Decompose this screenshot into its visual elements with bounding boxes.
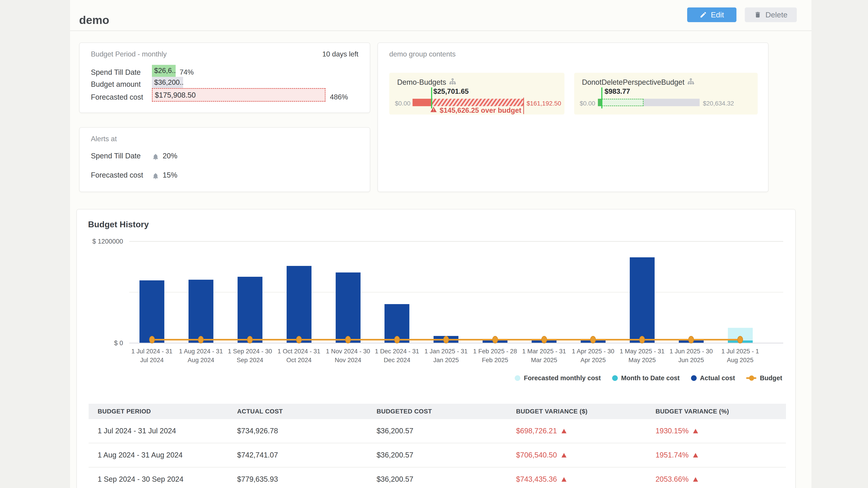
table-header-cell: BUDGET PERIOD: [89, 408, 228, 415]
table-cell: $779,635.93: [228, 475, 368, 484]
alert-forecast-value: 15%: [163, 171, 178, 180]
x-axis-label: 1 Jul 2025 - 1Aug 2025: [715, 347, 765, 365]
budget-amount-value: $36,200....: [152, 77, 183, 89]
budget-marker: [639, 336, 645, 344]
trash-icon: [754, 11, 762, 19]
x-axis-label: 1 May 2025 - 31May 2025: [617, 347, 667, 365]
budget-marker: [737, 336, 743, 344]
pencil-icon: [700, 11, 707, 19]
budget-tile-donotdelete[interactable]: DonotDeletePerspectiveBudget $983.77 $0.…: [574, 73, 758, 115]
table-header-row: BUDGET PERIODACTUAL COSTBUDGETED COSTBUD…: [89, 404, 786, 419]
budget-history-table: BUDGET PERIODACTUAL COSTBUDGETED COSTBUD…: [89, 404, 786, 488]
budget-amount-label: Budget amount: [91, 80, 141, 89]
actual-cost-bar: [238, 277, 262, 343]
x-axis-label: 1 Jul 2024 - 31Jul 2024: [127, 347, 177, 365]
alert-forecast-label: Forecasted cost: [91, 171, 143, 180]
up-triangle-icon: [561, 453, 566, 457]
spend-till-date-value: $26,6...: [152, 65, 176, 77]
budget-marker: [443, 336, 449, 344]
table-cell: $743,435.36: [507, 475, 647, 484]
warning-icon: [430, 106, 437, 115]
table-cell: $742,741.07: [228, 451, 368, 459]
up-triangle-icon: [561, 429, 566, 433]
budget-marker: [590, 336, 596, 344]
remaining-segment: [644, 99, 700, 106]
up-triangle-icon: [561, 477, 566, 482]
budget-period-card: Budget Period - monthly 10 days left Spe…: [79, 42, 370, 113]
x-axis-label: 1 Dec 2024 - 31Dec 2024: [372, 347, 422, 365]
table-cell: $36,200.57: [368, 451, 507, 459]
budget-marker: [345, 336, 351, 344]
table-body: 1 Jul 2024 - 31 Jul 2024$734,926.78$36,2…: [89, 419, 786, 488]
up-triangle-icon: [693, 477, 698, 482]
up-triangle-icon: [693, 429, 698, 433]
org-chart-icon: [449, 78, 456, 87]
x-axis-label: 1 Apr 2025 - 30Apr 2025: [568, 347, 618, 365]
tile-name: Demo-Budgets: [397, 78, 446, 87]
table-cell: $698,726.21: [507, 427, 647, 435]
budget-tile-demo-budgets[interactable]: Demo-Budgets $25,701.65 $0.00 $161,192.5…: [389, 73, 564, 115]
budget-line-marker-icon: [746, 377, 756, 379]
forecast-segment: [602, 99, 644, 106]
spend-till-date-label: Spend Till Date: [91, 68, 141, 76]
budget-marker-line: [431, 88, 432, 108]
legend-item: Forecasted monthly cost: [515, 375, 600, 382]
legend-dot-icon: [612, 375, 618, 381]
tile-min-value: $0.00: [580, 100, 595, 107]
x-axis-label: 1 Aug 2024 - 31Aug 2024: [176, 347, 226, 365]
page: demo Edit Delete Budget Period - monthly…: [0, 0, 868, 488]
edit-button-label: Edit: [711, 10, 724, 19]
actual-cost-bar: [630, 257, 655, 343]
group-contents-card: demo group contents Demo-Budgets $25,701…: [377, 42, 769, 192]
delete-button[interactable]: Delete: [745, 7, 797, 22]
x-axis-label: 1 Sep 2024 - 30Sep 2024: [225, 347, 275, 365]
up-triangle-icon: [693, 453, 698, 457]
legend-item: Budget: [746, 375, 782, 382]
alert-spend-label: Spend Till Date: [91, 152, 141, 160]
forecasted-cost-percent: 486%: [330, 93, 348, 101]
table-cell: 1 Sep 2024 - 30 Sep 2024: [89, 475, 228, 484]
legend-label: Forecasted monthly cost: [524, 375, 600, 382]
legend-dot-icon: [691, 375, 697, 381]
tile-name: DonotDeletePerspectiveBudget: [582, 78, 684, 87]
table-header-cell: BUDGET VARIANCE (%): [647, 408, 786, 415]
mini-budget-bar: [412, 99, 523, 106]
x-axis-label: 1 Oct 2024 - 31Oct 2024: [274, 347, 324, 365]
edit-button[interactable]: Edit: [687, 7, 737, 22]
y-axis-max-label: $ 1200000: [77, 238, 123, 245]
legend-label: Month to Date cost: [621, 375, 680, 382]
table-header-cell: BUDGET VARIANCE ($): [507, 408, 647, 415]
table-header-cell: BUDGETED COST: [368, 408, 507, 415]
budget-period-card-title: Budget Period - monthly: [91, 50, 166, 58]
delete-button-label: Delete: [765, 10, 787, 19]
tile-min-value: $0.00: [395, 100, 410, 107]
budget-marker: [149, 336, 155, 344]
bell-icon: [152, 172, 159, 182]
top-bar: demo Edit Delete: [70, 0, 811, 31]
spend-till-date-percent: 74%: [180, 68, 194, 76]
legend-dot-icon: [515, 375, 520, 381]
alerts-card-title: Alerts at: [91, 135, 117, 143]
table-cell: 1 Jul 2024 - 31 Jul 2024: [89, 427, 228, 435]
table-cell: $706,540.50: [507, 451, 647, 459]
bell-icon: [152, 153, 159, 163]
table-row: 1 Aug 2024 - 31 Aug 2024$742,741.07$36,2…: [89, 443, 786, 467]
table-row: 1 Sep 2024 - 30 Sep 2024$779,635.93$36,2…: [89, 467, 786, 488]
group-contents-title: demo group contents: [389, 50, 456, 58]
table-cell: $36,200.57: [368, 475, 507, 484]
x-axis-label: 1 Nov 2024 - 30Nov 2024: [323, 347, 373, 365]
x-axis-label: 1 Feb 2025 - 28Feb 2025: [470, 347, 520, 365]
budget-marker: [541, 336, 547, 344]
budget-history-card: Budget History $ 1200000 $ 0 1 Jul 2024 …: [76, 209, 796, 488]
budget-marker: [247, 336, 253, 344]
tile-marker-value: $983.77: [604, 88, 630, 96]
budget-history-title: Budget History: [88, 220, 149, 229]
org-chart-icon: [687, 78, 694, 87]
budget-marker: [688, 336, 694, 344]
x-axis-label: 1 Mar 2025 - 31Mar 2025: [519, 347, 569, 365]
budget-marker: [296, 336, 302, 344]
table-cell: $36,200.57: [368, 427, 507, 435]
over-budget-label: $145,626.25 over budget: [440, 106, 521, 115]
x-axis-label: 1 Jan 2025 - 31Jan 2025: [421, 347, 471, 365]
main-column: demo Edit Delete Budget Period - monthly…: [70, 0, 811, 488]
